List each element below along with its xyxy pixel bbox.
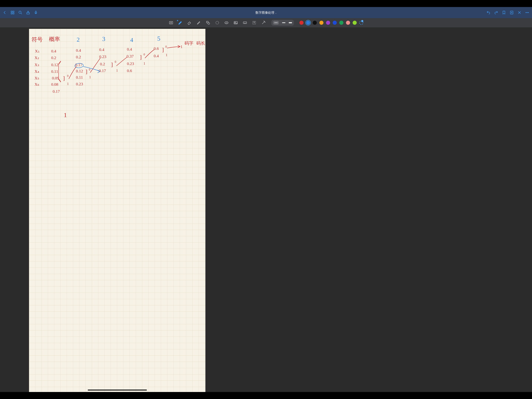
toolbar	[0, 18, 234, 27]
mic-button[interactable]	[32, 9, 39, 16]
image-tool-icon[interactable]	[233, 20, 234, 25]
svg-rect-1	[13, 11, 14, 12]
highlighter-tool-icon[interactable]	[196, 20, 201, 25]
svg-rect-18	[207, 21, 208, 23]
svg-point-19	[208, 23, 210, 24]
svg-rect-3	[13, 13, 14, 14]
pen-tool-icon[interactable]	[178, 20, 183, 25]
lasso-tool-icon[interactable]	[215, 20, 220, 25]
shape-tool-icon[interactable]	[206, 20, 210, 25]
svg-rect-16	[169, 21, 173, 24]
svg-rect-2	[11, 13, 12, 14]
svg-rect-0	[11, 11, 12, 12]
sticker-tool-icon[interactable]	[224, 20, 229, 25]
svg-point-4	[19, 11, 21, 13]
zoom-tool-icon[interactable]	[169, 20, 173, 25]
hw-lone-mark: 1	[64, 112, 67, 119]
hw-arrows	[29, 29, 205, 106]
share-button[interactable]	[24, 9, 32, 16]
back-button[interactable]	[1, 9, 8, 16]
svg-rect-7	[35, 11, 36, 13]
search-button[interactable]	[17, 9, 24, 16]
svg-line-5	[21, 13, 22, 14]
eraser-tool-icon[interactable]	[187, 20, 192, 25]
svg-point-20	[216, 21, 219, 24]
canvas-area[interactable]: 符号 概率 2 3 4 5 码字 码长 X₁ X₂ X₃ X₄ X₅ X₆ 0.…	[0, 27, 234, 176]
note-page[interactable]: 符号 概率 2 3 4 5 码字 码长 X₁ X₂ X₃ X₄ X₅ X₆ 0.…	[29, 29, 205, 176]
app-header: 数字图像处理⌄	[0, 7, 234, 18]
status-bar: 10:33 6月9日周日 80%	[0, 0, 234, 7]
hw-output-1: 1	[180, 44, 183, 49]
svg-point-17	[171, 22, 172, 23]
grid-view-button[interactable]	[9, 9, 16, 16]
